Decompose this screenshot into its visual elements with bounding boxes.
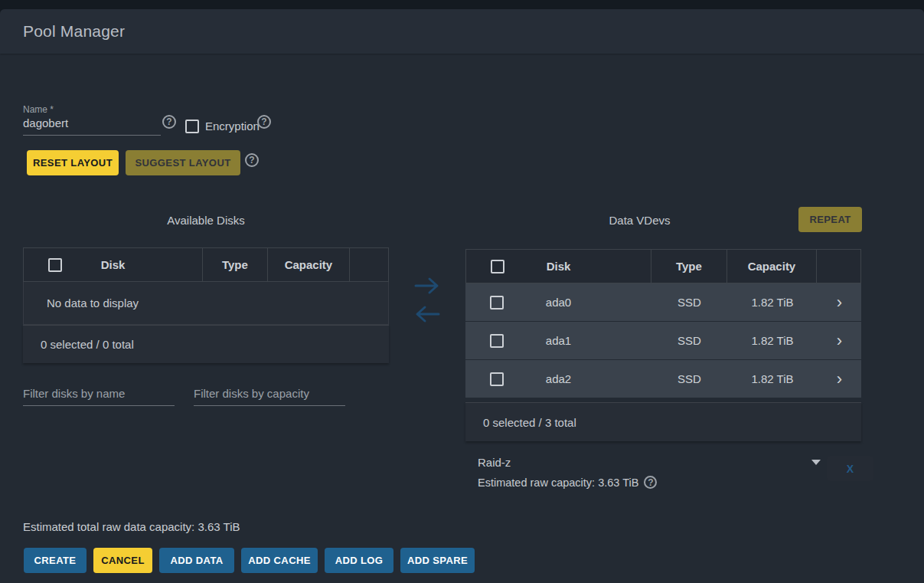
data-vdevs-select-all-checkbox[interactable] bbox=[491, 260, 504, 273]
page-title: Pool Manager bbox=[23, 22, 125, 41]
available-disks-empty-message: No data to display bbox=[23, 282, 389, 325]
available-disks-table: Disk Type Capacity No data to display 0 … bbox=[23, 247, 389, 363]
data-vdevs-table: Disk Type Capacity ada0 SSD 1.82 TiB › a… bbox=[465, 249, 861, 441]
estimated-total-capacity-text: Estimated total raw data capacity: 3.63 … bbox=[23, 520, 240, 533]
move-right-button[interactable] bbox=[413, 276, 441, 298]
table-row[interactable]: ada2 SSD 1.82 TiB › bbox=[465, 360, 861, 398]
chevron-right-icon: › bbox=[837, 294, 842, 311]
name-label: Name * bbox=[23, 104, 54, 115]
arrow-left-icon bbox=[413, 315, 441, 326]
capacity-cell: 1.82 TiB bbox=[727, 296, 818, 309]
move-left-button[interactable] bbox=[413, 304, 441, 326]
available-disks-type-column: Type bbox=[203, 248, 268, 281]
available-disks-footer: 0 selected / 0 total bbox=[23, 325, 389, 363]
layout-help-icon[interactable]: ? bbox=[245, 153, 259, 167]
repeat-button[interactable]: REPEAT bbox=[798, 207, 862, 232]
disk-name: ada1 bbox=[546, 334, 571, 347]
data-vdevs-header-row: Disk Type Capacity bbox=[465, 249, 861, 283]
encryption-label: Encryption bbox=[205, 120, 260, 133]
filter-disks-by-capacity-input[interactable] bbox=[194, 387, 345, 406]
capacity-cell: 1.82 TiB bbox=[727, 334, 818, 347]
reset-layout-button[interactable]: RESET LAYOUT bbox=[27, 150, 119, 175]
disk-name: ada0 bbox=[546, 296, 571, 309]
estimated-raw-capacity-row: Estimated raw capacity: 3.63 TiB ? bbox=[478, 476, 657, 489]
name-input[interactable] bbox=[23, 116, 161, 136]
available-disks-header-row: Disk Type Capacity bbox=[23, 247, 389, 282]
chevron-right-icon: › bbox=[837, 371, 842, 388]
capacity-help-icon[interactable]: ? bbox=[644, 476, 657, 489]
table-row[interactable]: ada1 SSD 1.82 TiB › bbox=[465, 322, 861, 359]
available-disks-disk-column: Disk bbox=[24, 248, 203, 281]
add-cache-button[interactable]: ADD CACHE bbox=[241, 548, 318, 573]
data-vdevs-disk-column: Disk bbox=[466, 250, 651, 283]
available-disks-title: Available Disks bbox=[23, 214, 389, 227]
remove-vdev-button[interactable]: X bbox=[827, 456, 873, 481]
raid-type-value: Raid-z bbox=[478, 456, 511, 469]
add-log-button[interactable]: ADD LOG bbox=[325, 548, 393, 573]
add-spare-button[interactable]: ADD SPARE bbox=[400, 548, 475, 573]
expand-cell[interactable]: › bbox=[818, 371, 861, 388]
disk-cell: ada0 bbox=[465, 296, 651, 309]
expand-cell[interactable]: › bbox=[818, 294, 861, 311]
available-disks-capacity-column: Capacity bbox=[268, 248, 351, 281]
pool-manager-screen: Pool Manager Name * ? Encryption ? RESET… bbox=[0, 0, 924, 583]
disk-cell: ada2 bbox=[465, 372, 651, 385]
cancel-button[interactable]: CANCEL bbox=[93, 548, 152, 573]
name-help-icon[interactable]: ? bbox=[162, 115, 176, 129]
create-button[interactable]: CREATE bbox=[24, 548, 87, 573]
encryption-checkbox[interactable] bbox=[185, 120, 199, 133]
available-disks-select-all-checkbox[interactable] bbox=[48, 258, 62, 272]
chevron-down-icon bbox=[811, 460, 821, 465]
disk-cell: ada1 bbox=[465, 334, 651, 347]
row-checkbox[interactable] bbox=[490, 334, 504, 348]
raid-type-select[interactable]: Raid-z bbox=[478, 456, 821, 469]
data-vdevs-expand-column bbox=[817, 250, 860, 283]
estimated-raw-capacity-text: Estimated raw capacity: 3.63 TiB bbox=[478, 477, 638, 489]
column-label: Disk bbox=[547, 260, 571, 273]
add-data-button[interactable]: ADD DATA bbox=[159, 548, 234, 573]
data-vdevs-title: Data VDevs bbox=[465, 214, 814, 227]
page-header: Pool Manager bbox=[0, 9, 924, 54]
arrow-right-icon bbox=[413, 287, 441, 298]
data-vdevs-capacity-column: Capacity bbox=[727, 250, 818, 283]
data-vdevs-footer: 0 selected / 3 total bbox=[465, 402, 861, 441]
disk-name: ada2 bbox=[546, 372, 571, 385]
encryption-help-icon[interactable]: ? bbox=[257, 115, 271, 129]
row-checkbox[interactable] bbox=[490, 372, 504, 386]
row-checkbox[interactable] bbox=[490, 296, 504, 310]
type-cell: SSD bbox=[651, 296, 727, 309]
type-cell: SSD bbox=[651, 372, 727, 385]
suggest-layout-button[interactable]: SUGGEST LAYOUT bbox=[126, 150, 240, 175]
data-vdevs-type-column: Type bbox=[651, 250, 727, 283]
available-disks-expand-column bbox=[350, 248, 388, 281]
column-label: Disk bbox=[101, 258, 126, 271]
filter-disks-by-name-input[interactable] bbox=[23, 387, 175, 406]
chevron-right-icon: › bbox=[837, 332, 842, 349]
table-row[interactable]: ada0 SSD 1.82 TiB › bbox=[465, 283, 861, 321]
capacity-cell: 1.82 TiB bbox=[727, 372, 818, 385]
expand-cell[interactable]: › bbox=[818, 332, 861, 349]
type-cell: SSD bbox=[651, 334, 727, 347]
